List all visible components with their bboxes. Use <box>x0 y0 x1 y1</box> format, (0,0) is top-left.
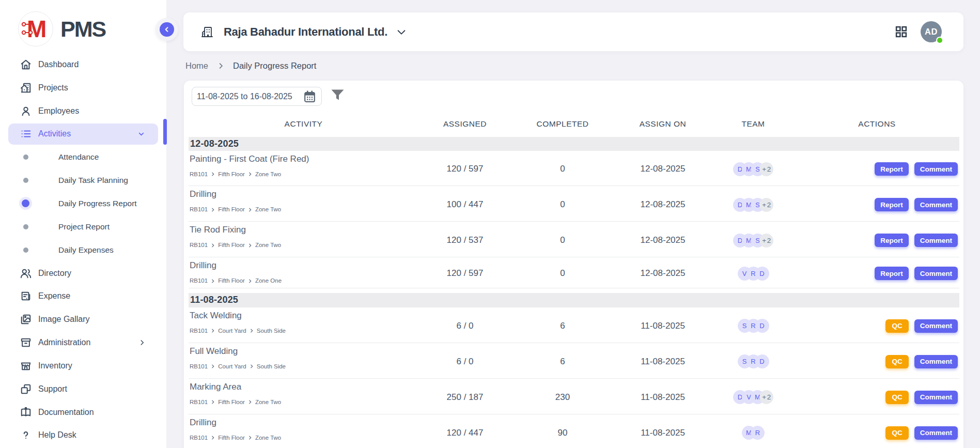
svg-text:M: M <box>27 16 46 42</box>
